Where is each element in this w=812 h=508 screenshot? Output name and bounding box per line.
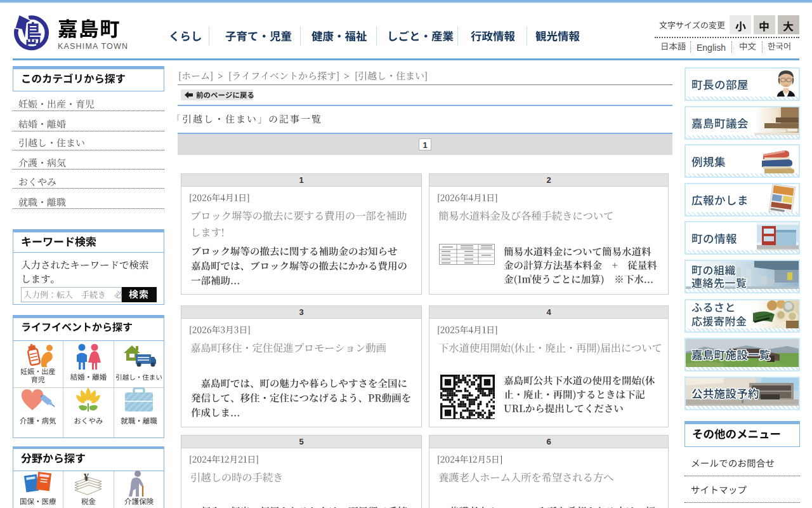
- svg-text:¥: ¥: [84, 472, 89, 483]
